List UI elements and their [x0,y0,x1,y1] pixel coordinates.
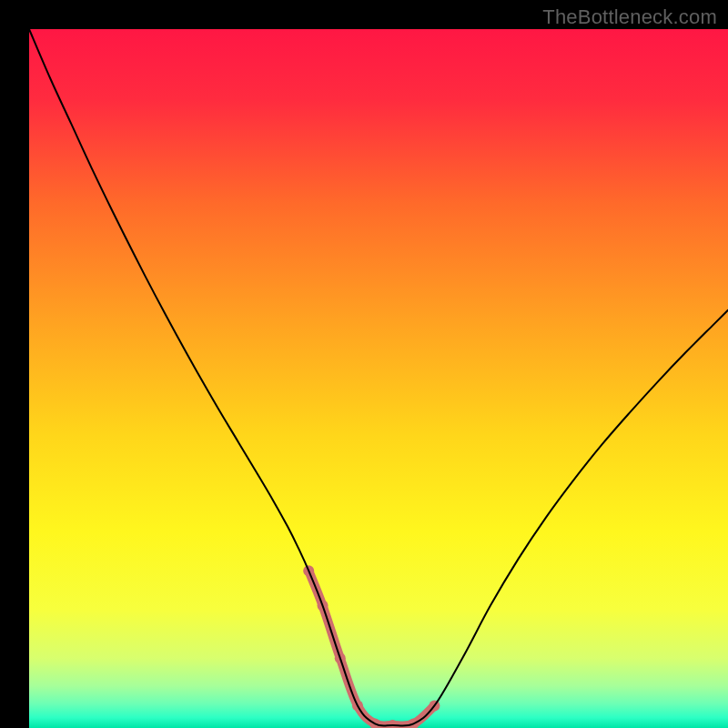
chart-canvas [0,0,728,728]
chart-frame: TheBottleneck.com [0,0,728,728]
plot-background [29,29,728,728]
watermark-text: TheBottleneck.com [542,5,717,29]
